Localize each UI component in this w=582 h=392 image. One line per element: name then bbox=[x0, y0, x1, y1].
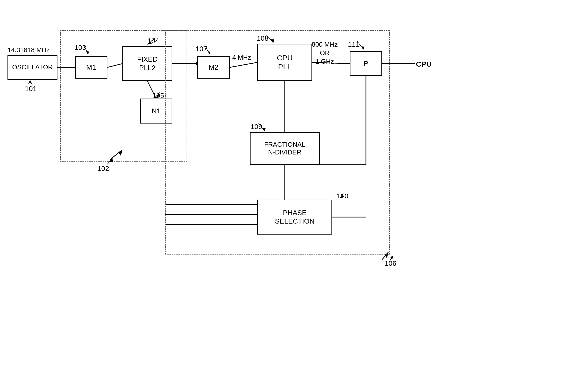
svg-line-20 bbox=[30, 80, 33, 85]
ref-111: 111 bbox=[348, 40, 360, 48]
ref-108: 108 bbox=[257, 34, 268, 42]
ref-106: 106 bbox=[385, 260, 396, 268]
cpu-out-label: CPU bbox=[416, 60, 432, 68]
svg-marker-31 bbox=[390, 256, 393, 260]
diagram-container: OSCILLATOR M1 FIXED PLL2 N1 M2 CPU PLL P… bbox=[0, 0, 582, 392]
oscillator-block: OSCILLATOR bbox=[8, 55, 58, 80]
dashed-box-106 bbox=[165, 30, 390, 254]
ref-105: 105 bbox=[152, 92, 164, 100]
ref-110: 110 bbox=[337, 192, 349, 200]
ref-103: 103 bbox=[74, 44, 86, 52]
freq-label: 14.31818 MHz bbox=[8, 46, 50, 54]
svg-marker-21 bbox=[28, 80, 32, 84]
ref-104: 104 bbox=[147, 37, 159, 45]
ref-107: 107 bbox=[196, 45, 207, 53]
four-mhz-label: 4 MHz bbox=[232, 54, 251, 62]
ref-101: 101 bbox=[25, 85, 37, 93]
ref-109: 109 bbox=[250, 123, 262, 131]
800mhz-label: 800 MHzOR1 GHz bbox=[312, 40, 338, 66]
ref-102: 102 bbox=[97, 165, 109, 173]
